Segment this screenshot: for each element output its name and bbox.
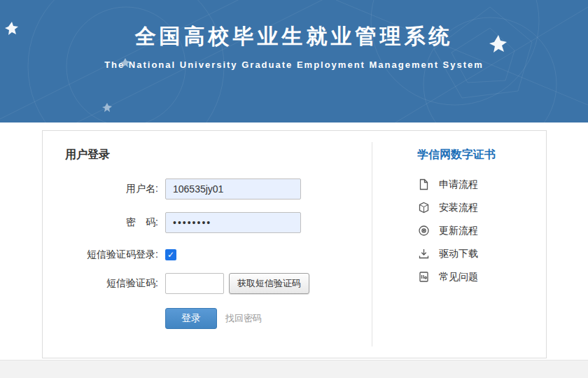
cert-item-update[interactable]: 更新流程: [417, 219, 478, 242]
banner-text-block: 全国高校毕业生就业管理系统 The National University Gr…: [0, 0, 588, 70]
login-card: 用户登录 用户名: 密 码: 短信验证码登录: ✓ 短信验证码:: [42, 130, 547, 358]
cert-item-apply[interactable]: 申请流程: [417, 173, 478, 196]
password-input[interactable]: [165, 212, 301, 233]
cert-item-install[interactable]: 安装流程: [417, 196, 478, 219]
site-subtitle: The National University Graduate Employm…: [0, 59, 588, 70]
certificate-heading: 学信网数字证书: [417, 148, 496, 162]
vertical-divider: [372, 142, 372, 346]
install-package-icon: [417, 202, 430, 214]
password-row: 密 码:: [43, 212, 301, 233]
update-disc-icon: [417, 225, 430, 237]
site-title: 全国高校毕业生就业管理系统: [0, 22, 588, 51]
faq-document-icon: [417, 271, 430, 284]
login-button[interactable]: 登录: [165, 308, 217, 329]
cert-item-label: 更新流程: [439, 225, 478, 237]
cert-item-faq[interactable]: 常见问题: [417, 265, 478, 288]
cert-item-label: 常见问题: [439, 271, 478, 284]
forgot-password-link[interactable]: 找回密码: [225, 312, 262, 325]
username-input[interactable]: [165, 178, 301, 200]
login-page: 全国高校毕业生就业管理系统 The National University Gr…: [0, 0, 588, 378]
username-row: 用户名:: [43, 178, 301, 200]
certificate-link-list: 申请流程 安装流程: [417, 173, 478, 288]
page-footer: [0, 360, 588, 378]
checkmark-icon: ✓: [167, 251, 174, 259]
driver-download-icon: [417, 248, 430, 260]
actions-row: 登录 找回密码: [43, 308, 262, 329]
login-heading: 用户登录: [65, 148, 110, 162]
certificate-panel: 学信网数字证书 申请流程: [417, 131, 543, 358]
password-label: 密 码:: [43, 216, 158, 229]
username-label: 用户名:: [43, 183, 158, 195]
sms-code-input[interactable]: [165, 273, 224, 294]
cert-item-label: 申请流程: [439, 178, 478, 191]
sms-login-toggle-row: 短信验证码登录: ✓: [43, 244, 176, 265]
sms-code-row: 短信验证码: 获取短信验证码: [43, 273, 309, 294]
cert-item-label: 安装流程: [439, 202, 478, 214]
sms-code-label: 短信验证码:: [43, 277, 158, 290]
get-sms-code-button[interactable]: 获取短信验证码: [229, 273, 309, 294]
header-banner: 全国高校毕业生就业管理系统 The National University Gr…: [0, 0, 588, 122]
cert-item-label: 驱动下载: [439, 248, 478, 260]
sms-login-checkbox[interactable]: ✓: [165, 249, 176, 260]
sms-login-label: 短信验证码登录:: [43, 248, 158, 261]
cert-item-driver[interactable]: 驱动下载: [417, 242, 478, 265]
apply-document-icon: [417, 178, 430, 191]
